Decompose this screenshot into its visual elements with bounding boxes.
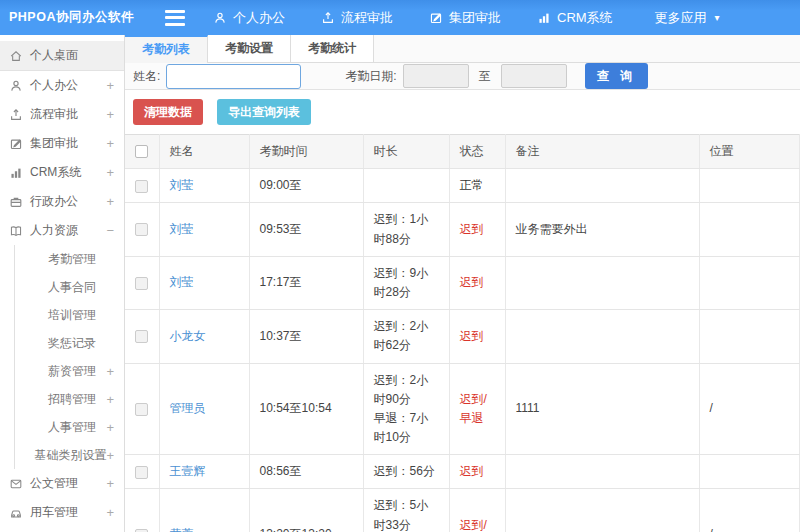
location-cell — [699, 203, 799, 256]
table-row: 管理员 10:54至10:54 迟到：2小时90分早退：7小时10分 迟到/早退… — [125, 363, 799, 455]
row-checkbox[interactable] — [135, 403, 148, 416]
sidebar-item[interactable]: 考勤管理 — [14, 245, 124, 273]
expand-icon[interactable]: + — [106, 392, 114, 407]
top-nav-item[interactable]: 更多应用 ▾ — [635, 0, 734, 35]
clean-data-button[interactable]: 清理数据 — [133, 99, 203, 125]
sidebar-item[interactable]: 行政办公 + — [0, 187, 124, 216]
select-all-checkbox[interactable] — [135, 145, 148, 158]
sidebar-item[interactable]: 用车管理 + — [0, 498, 124, 527]
expand-icon[interactable]: + — [106, 364, 114, 379]
sidebar-item[interactable]: 档案管理 + — [0, 527, 124, 532]
sidebar-item-label: 人力资源 — [30, 222, 78, 239]
sidebar-item[interactable]: 公文管理 + — [0, 469, 124, 498]
duration-cell: 迟到：5小时33分早退：4小时67分 — [363, 489, 449, 532]
menu-toggle-icon[interactable] — [165, 10, 185, 26]
status-cell: 迟到/早退 — [449, 489, 505, 532]
sidebar-item-icon — [9, 108, 24, 122]
sidebar-item[interactable]: 基础类别设置 + — [14, 441, 124, 469]
employee-name-link[interactable]: 黄蓉 — [170, 527, 194, 532]
sidebar-item[interactable]: 集团审批 + — [0, 129, 124, 158]
row-checkbox[interactable] — [135, 330, 148, 343]
sidebar-item-icon — [9, 477, 24, 491]
sidebar-item[interactable]: 人事合同 — [14, 273, 124, 301]
sidebar-item-label: 人事合同 — [48, 279, 96, 296]
table-row: 黄蓉 13:20至13:20 迟到：5小时33分早退：4小时67分 迟到/早退 … — [125, 489, 799, 532]
sidebar-item-icon — [9, 49, 24, 63]
caret-down-icon: ▾ — [715, 12, 720, 23]
top-nav-label: 个人办公 — [233, 9, 285, 27]
expand-icon[interactable]: + — [106, 448, 114, 463]
date-to-input[interactable] — [501, 64, 567, 88]
row-checkbox[interactable] — [135, 180, 148, 193]
sidebar: 个人桌面 个人办公 + 流程审批 + 集团审批 — [0, 35, 125, 532]
sidebar-item[interactable]: 个人办公 + — [0, 71, 124, 100]
sidebar-item[interactable]: 培训管理 — [14, 301, 124, 329]
status-cell: 迟到 — [449, 203, 505, 256]
expand-icon[interactable]: + — [106, 420, 114, 435]
sidebar-item-label: 招聘管理 — [48, 391, 96, 408]
tab[interactable]: 考勤列表 — [125, 35, 208, 63]
expand-icon[interactable]: + — [106, 505, 114, 520]
expand-icon[interactable]: + — [106, 194, 114, 209]
query-button[interactable]: 查 询 — [585, 63, 648, 89]
row-checkbox[interactable] — [135, 277, 148, 290]
sidebar-item-label: 培训管理 — [48, 307, 96, 324]
tab-label: 考勤列表 — [142, 42, 190, 56]
sidebar-item[interactable]: 薪资管理 + — [14, 357, 124, 385]
sidebar-item[interactable]: 人事管理 + — [14, 413, 124, 441]
header-name: 姓名 — [159, 135, 249, 169]
employee-name-link[interactable]: 管理员 — [170, 401, 206, 415]
table-header-row: 姓名 考勤时间 时长 状态 备注 位置 — [125, 135, 799, 169]
sidebar-item-label: 个人办公 — [30, 77, 78, 94]
table-row: 刘莹 09:00至 正常 — [125, 169, 799, 203]
sidebar-item[interactable]: CRM系统 + — [0, 158, 124, 187]
tab[interactable]: 考勤统计 — [291, 35, 374, 62]
time-cell: 10:54至10:54 — [249, 363, 363, 455]
top-nav-item[interactable]: CRM系统 — [523, 0, 635, 35]
employee-name-link[interactable]: 刘莹 — [170, 275, 194, 289]
status-cell: 迟到 — [449, 455, 505, 489]
status-cell: 迟到 — [449, 310, 505, 363]
sidebar-item-icon — [9, 137, 24, 151]
remark-cell — [505, 169, 699, 203]
row-checkbox[interactable] — [135, 223, 148, 236]
employee-name-link[interactable]: 刘莹 — [170, 178, 194, 192]
tab[interactable]: 考勤设置 — [208, 35, 291, 62]
tab-label: 考勤统计 — [308, 41, 356, 55]
expand-icon[interactable]: − — [106, 223, 114, 238]
sidebar-item[interactable]: 招聘管理 + — [14, 385, 124, 413]
header-location: 位置 — [699, 135, 799, 169]
employee-name-link[interactable]: 王壹辉 — [170, 464, 206, 478]
top-nav-item[interactable]: 个人办公 — [199, 0, 307, 35]
sidebar-item-label: 个人桌面 — [30, 47, 78, 64]
sidebar-item-icon — [9, 195, 24, 209]
date-from-input[interactable] — [403, 64, 469, 88]
expand-icon[interactable]: + — [106, 476, 114, 491]
name-label: 姓名: — [133, 68, 160, 85]
export-list-button[interactable]: 导出查询列表 — [217, 99, 311, 125]
name-input[interactable] — [166, 64, 301, 89]
remark-cell — [505, 310, 699, 363]
sidebar-item[interactable]: 流程审批 + — [0, 100, 124, 129]
sidebar-item[interactable]: 人力资源 − — [0, 216, 124, 245]
top-nav-item[interactable]: 集团审批 — [415, 0, 523, 35]
top-nav-item[interactable]: 流程审批 — [307, 0, 415, 35]
row-checkbox[interactable] — [135, 529, 148, 532]
sidebar-item[interactable]: 奖惩记录 — [14, 329, 124, 357]
sidebar-item[interactable]: 个人桌面 — [0, 41, 124, 71]
time-cell: 17:17至 — [249, 256, 363, 309]
top-nav: 个人办公 流程审批 集团审批 CRM系统 — [199, 0, 734, 35]
expand-icon[interactable]: + — [106, 78, 114, 93]
expand-icon[interactable]: + — [106, 107, 114, 122]
sidebar-item-label: 基础类别设置 — [34, 447, 106, 464]
expand-icon[interactable]: + — [106, 165, 114, 180]
time-cell: 09:00至 — [249, 169, 363, 203]
employee-name-link[interactable]: 小龙女 — [170, 329, 206, 343]
time-cell: 13:20至13:20 — [249, 489, 363, 532]
sidebar-item-label: 用车管理 — [30, 504, 78, 521]
row-checkbox[interactable] — [135, 466, 148, 479]
sidebar-item-icon — [9, 224, 24, 238]
employee-name-link[interactable]: 刘莹 — [170, 222, 194, 236]
time-cell: 10:37至 — [249, 310, 363, 363]
expand-icon[interactable]: + — [106, 136, 114, 151]
